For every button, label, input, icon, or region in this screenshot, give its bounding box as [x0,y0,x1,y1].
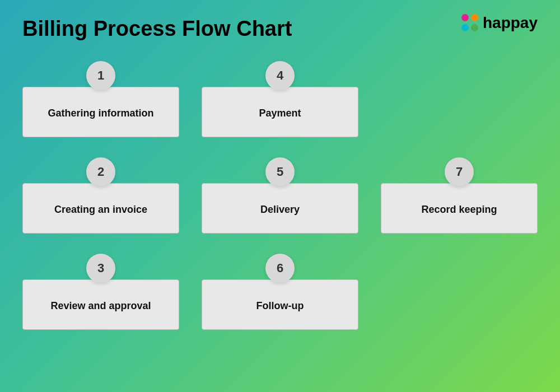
step-5-wrapper: 5 Delivery [202,154,358,234]
step-4-wrapper: 4 Payment [202,58,358,137]
dot-teal [461,24,469,31]
step-4-box: Payment [202,87,358,137]
logo: happay [461,14,538,32]
step-7-number: 7 [445,157,474,186]
step-7-wrapper: 7 Record keeping [381,154,538,234]
page-title: Billing Process Flow Chart [22,17,538,41]
step-3-wrapper: 3 Review and approval [22,250,179,330]
step-2-wrapper: 2 Creating an invoice [22,154,179,234]
page: Billing Process Flow Chart happay 1 Gath… [0,0,560,392]
step-3-box: Review and approval [22,279,179,330]
step-7-box: Record keeping [381,183,538,234]
step-1-box: Gathering information [22,87,179,137]
logo-text: happay [483,14,538,32]
step-6-number: 6 [265,254,295,283]
step-3-number: 3 [86,254,115,283]
step-5-box: Delivery [202,183,358,234]
step-2-box: Creating an invoice [22,183,179,234]
step-1-number: 1 [86,61,115,90]
step-6-box: Follow-up [202,279,358,330]
step-6-wrapper: 6 Follow-up [202,250,358,330]
step-2-number: 2 [86,157,115,186]
flow-grid: 1 Gathering information 4 Payment 2 Crea… [22,58,538,330]
step-1-wrapper: 1 Gathering information [22,58,179,137]
dot-orange [471,14,478,21]
dot-pink [461,14,469,21]
dot-green [471,24,478,31]
step-4-number: 4 [265,61,295,90]
logo-dots [461,14,479,32]
step-5-number: 5 [265,157,295,186]
